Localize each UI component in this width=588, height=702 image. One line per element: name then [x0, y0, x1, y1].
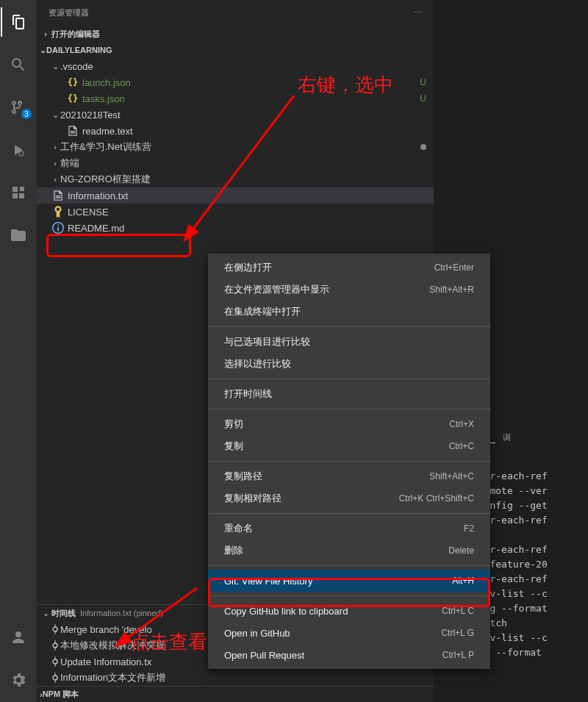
menu-compare-selected[interactable]: 与已选项目进行比较 — [208, 331, 490, 353]
menu-label: 剪切 — [224, 418, 243, 431]
account-icon — [10, 628, 27, 646]
chevron-right-icon: › — [50, 143, 60, 151]
svg-point-0 — [19, 151, 24, 156]
activity-explorer[interactable] — [1, 7, 36, 37]
menu-key: Shift+Alt+C — [429, 471, 474, 481]
menu-key: Ctrl+Enter — [434, 262, 474, 273]
menu-key: Delete — [448, 545, 474, 556]
chevron-right-icon: › — [40, 29, 51, 38]
sidebar-header: 资源管理器 ⋯ — [37, 0, 434, 26]
menu-open-terminal[interactable]: 在集成终端中打开 — [208, 301, 490, 323]
tree-label: tasks.json — [82, 93, 417, 104]
npm-section[interactable]: › NPM 脚本 — [37, 686, 434, 702]
menu-copy[interactable]: 复制Ctrl+C — [208, 435, 490, 457]
tree-label: 工作&学习.Net训练营 — [60, 140, 420, 154]
json-icon: {} — [68, 77, 78, 87]
menu-label: 打开时间线 — [224, 387, 272, 401]
menu-reveal[interactable]: 在文件资源管理器中显示Shift+Alt+R — [208, 279, 490, 301]
chevron-right-icon: › — [50, 159, 60, 168]
menu-key: Ctrl+L C — [442, 606, 474, 616]
tree-folder-2[interactable]: › 前端 — [37, 155, 434, 171]
chevron-down-icon: ⌄ — [50, 62, 60, 71]
menu-open-github[interactable]: Open in GitHubCtrl+L G — [208, 622, 490, 644]
menu-open-side[interactable]: 在侧边打开Ctrl+Enter — [208, 257, 490, 279]
menu-label: 在文件资源管理器中显示 — [224, 283, 329, 296]
activity-debug[interactable] — [1, 135, 36, 165]
tree-label: launch.json — [82, 77, 417, 88]
tree-file-tasks[interactable]: {} tasks.json U — [37, 90, 434, 107]
activity-settings[interactable] — [1, 665, 36, 695]
file-tree: ⌄ .vscode {} launch.json U {} tasks.json… — [37, 58, 434, 236]
menu-copy-github[interactable]: Copy GitHub link to clipboardCtrl+L C — [208, 600, 490, 622]
timeline-label: Merge branch 'develo — [60, 624, 152, 635]
tree-file-license[interactable]: LICENSE — [37, 204, 434, 220]
tree-folder-vscode[interactable]: ⌄ .vscode — [37, 58, 434, 74]
tree-folder-test[interactable]: ⌄ 20210218Test — [37, 107, 434, 123]
activity-search[interactable] — [1, 50, 36, 79]
menu-label: Open Pull Request — [224, 650, 304, 661]
menu-label: 复制路径 — [224, 470, 262, 483]
git-status-u: U — [420, 93, 426, 104]
activity-scm[interactable]: 3 — [1, 93, 36, 122]
chevron-down-icon: ⌄ — [40, 609, 51, 618]
menu-copy-relpath[interactable]: 复制相对路径Ctrl+K Ctrl+Shift+C — [208, 487, 490, 509]
tree-label: readme.text — [82, 126, 426, 137]
tree-label: NG-ZORRO框架搭建 — [60, 173, 426, 186]
menu-label: 选择以进行比较 — [224, 357, 291, 370]
tree-label: README.md — [68, 223, 426, 234]
menu-git-history[interactable]: Git: View File HistoryAlt+H — [208, 570, 490, 592]
tree-file-launch[interactable]: {} launch.json U — [37, 74, 434, 90]
activity-account[interactable] — [1, 623, 36, 652]
search-icon — [10, 56, 27, 74]
menu-key: Shift+Alt+R — [429, 284, 474, 295]
menu-label: 复制 — [224, 440, 243, 453]
menu-select-compare[interactable]: 选择以进行比较 — [208, 353, 490, 375]
menu-label: 在侧边打开 — [224, 261, 272, 274]
open-editors-section[interactable]: › 打开的编辑器 — [37, 26, 434, 42]
chevron-right-icon: › — [50, 175, 60, 184]
tree-label: Information.txt — [68, 190, 426, 201]
info-icon — [51, 221, 65, 234]
timeline-label: 本地修改模拟解决冲突提 — [60, 639, 165, 652]
svg-point-3 — [53, 643, 57, 648]
tree-label: 前端 — [60, 157, 426, 170]
menu-open-timeline[interactable]: 打开时间线 — [208, 383, 490, 405]
menu-delete[interactable]: 删除Delete — [208, 540, 490, 562]
menu-key: Ctrl+X — [449, 419, 474, 429]
menu-copy-path[interactable]: 复制路径Shift+Alt+C — [208, 465, 490, 487]
menu-key: Ctrl+L G — [441, 628, 474, 638]
menu-open-pr[interactable]: Open Pull RequestCtrl+L P — [208, 644, 490, 666]
chevron-down-icon: ⌄ — [40, 46, 46, 55]
tree-folder-1[interactable]: › 工作&学习.Net训练营 — [37, 139, 434, 155]
tab-debug[interactable]: 调 — [495, 432, 518, 443]
tree-file-readme-text[interactable]: readme.text — [37, 123, 434, 139]
npm-label: NPM 脚本 — [43, 689, 79, 700]
chevron-down-icon: ⌄ — [50, 110, 60, 120]
json-icon: {} — [68, 93, 78, 104]
commit-icon — [50, 673, 60, 683]
text-icon — [66, 124, 79, 137]
files-icon — [10, 13, 27, 31]
menu-cut[interactable]: 剪切Ctrl+X — [208, 413, 490, 435]
menu-key: F2 — [464, 523, 474, 534]
tree-file-information[interactable]: Information.txt — [37, 187, 434, 204]
menu-separator — [208, 409, 490, 409]
timeline-item[interactable]: Information文本文件新增 — [37, 670, 434, 686]
menu-label: 在集成终端中打开 — [224, 305, 301, 318]
activity-folder[interactable] — [1, 221, 36, 250]
menu-key: Alt+H — [452, 576, 474, 586]
menu-separator — [208, 461, 490, 462]
project-name: DAILYLEARNING — [46, 46, 112, 54]
activity-extensions[interactable] — [1, 178, 36, 207]
activity-bar: 3 — [0, 0, 37, 702]
tree-label: .vscode — [60, 61, 426, 72]
project-section[interactable]: ⌄ DAILYLEARNING — [37, 42, 434, 58]
svg-point-2 — [53, 627, 57, 631]
menu-separator — [208, 326, 490, 327]
menu-rename[interactable]: 重命名F2 — [208, 517, 490, 540]
more-icon[interactable]: ⋯ — [414, 8, 422, 18]
tree-file-readme-md[interactable]: README.md — [37, 220, 434, 236]
menu-separator — [208, 379, 490, 379]
text-icon — [51, 189, 65, 202]
tree-folder-3[interactable]: › NG-ZORRO框架搭建 — [37, 171, 434, 187]
